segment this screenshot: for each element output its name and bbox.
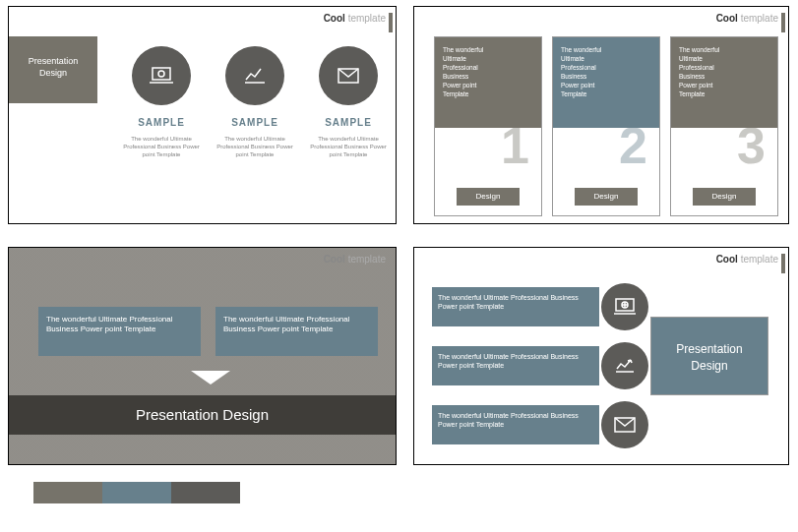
brand-header: Cool template bbox=[324, 13, 386, 24]
card-number: 3 bbox=[737, 116, 766, 175]
sample-desc: The wonderful Ultimate Professional Busi… bbox=[211, 136, 299, 158]
accent-bar bbox=[781, 254, 785, 273]
design-button[interactable]: Design bbox=[693, 188, 756, 206]
svg-rect-0 bbox=[153, 68, 170, 80]
swatch-1 bbox=[33, 482, 102, 503]
card-number: 2 bbox=[619, 116, 647, 175]
chart-icon bbox=[225, 46, 284, 105]
title-box: Presentation Design bbox=[9, 36, 97, 103]
sample-label: SAMPLE bbox=[211, 117, 299, 128]
accent-bar bbox=[389, 13, 393, 32]
card-number: 1 bbox=[501, 116, 529, 175]
svg-point-1 bbox=[158, 71, 164, 77]
sample-desc: The wonderful Ultimate Professional Busi… bbox=[117, 136, 206, 158]
swatch-2 bbox=[102, 482, 171, 503]
sample-label: SAMPLE bbox=[117, 117, 206, 128]
card-2: The wonderful Ultimate Professional Busi… bbox=[552, 36, 660, 216]
accent-bar bbox=[781, 13, 785, 32]
mail-icon bbox=[601, 401, 648, 448]
chart-icon bbox=[601, 342, 648, 389]
slide-1: Cool template Presentation Design SAMPLE… bbox=[8, 6, 397, 224]
globe-laptop-icon bbox=[601, 283, 648, 330]
title-bar: Presentation Design bbox=[9, 395, 396, 435]
brand-header: Cool template bbox=[324, 254, 386, 265]
brand-header: Cool template bbox=[716, 254, 778, 265]
slide-3: Cool template The wonderful Ultimate Pro… bbox=[8, 247, 397, 465]
row-1: The wonderful Ultimate Professional Busi… bbox=[432, 287, 639, 334]
design-button[interactable]: Design bbox=[575, 188, 638, 206]
card-3: The wonderful Ultimate Professional Busi… bbox=[670, 36, 778, 216]
mail-icon bbox=[319, 46, 378, 105]
color-palette bbox=[33, 482, 240, 503]
laptop-icon bbox=[132, 46, 191, 105]
card-1: The wonderful Ultimate Professional Busi… bbox=[434, 36, 542, 216]
sample-col-3: SAMPLE The wonderful Ultimate Profession… bbox=[304, 46, 393, 158]
card-text: The wonderful Ultimate Professional Busi… bbox=[671, 37, 777, 128]
sample-col-2: SAMPLE The wonderful Ultimate Profession… bbox=[211, 46, 299, 158]
text-box-2: The wonderful Ultimate Professional Busi… bbox=[215, 307, 378, 356]
text-box-1: The wonderful Ultimate Professional Busi… bbox=[38, 307, 201, 356]
card-text: The wonderful Ultimate Professional Busi… bbox=[435, 37, 541, 128]
design-button[interactable]: Design bbox=[457, 188, 520, 206]
sample-label: SAMPLE bbox=[304, 117, 393, 128]
row-text: The wonderful Ultimate Professional Busi… bbox=[432, 287, 599, 326]
arrow-down-icon bbox=[191, 371, 230, 384]
sample-desc: The wonderful Ultimate Professional Busi… bbox=[304, 136, 393, 158]
row-2: The wonderful Ultimate Professional Busi… bbox=[432, 346, 639, 393]
sample-col-1: SAMPLE The wonderful Ultimate Profession… bbox=[117, 46, 206, 158]
slide-2: Cool template The wonderful Ultimate Pro… bbox=[413, 6, 789, 224]
row-text: The wonderful Ultimate Professional Busi… bbox=[432, 346, 599, 385]
card-text: The wonderful Ultimate Professional Busi… bbox=[553, 37, 659, 128]
slide-4: Cool template The wonderful Ultimate Pro… bbox=[413, 247, 789, 465]
row-text: The wonderful Ultimate Professional Busi… bbox=[432, 405, 599, 444]
brand-header: Cool template bbox=[716, 13, 778, 24]
swatch-3 bbox=[171, 482, 240, 503]
presentation-box: Presentation Design bbox=[650, 317, 768, 395]
row-3: The wonderful Ultimate Professional Busi… bbox=[432, 405, 639, 452]
